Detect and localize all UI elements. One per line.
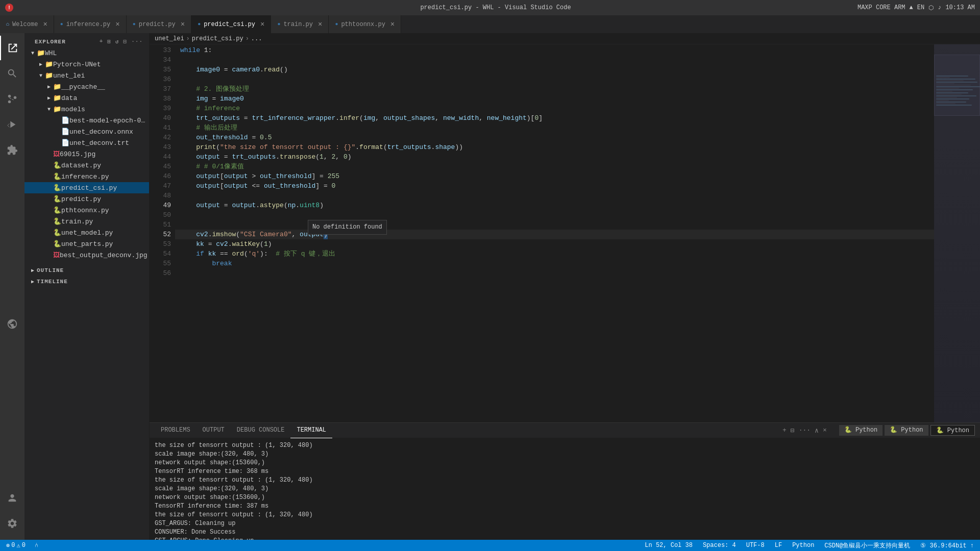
tree-train-py[interactable]: ▶ 🐍 train.py <box>24 216 149 227</box>
tab-inference-close[interactable]: × <box>115 21 119 28</box>
tab-predict-close[interactable]: × <box>181 21 185 28</box>
tree-69015-jpg[interactable]: ▶ 🖼 69015.jpg <box>24 148 149 160</box>
tree-timeline-section[interactable]: ▶ TIMELINE <box>24 276 149 287</box>
sidebar-header-icons: + ⊞ ↺ ⊟ ··· <box>100 38 143 45</box>
tree-inference-py[interactable]: ▶ 🐍 inference.py <box>24 171 149 182</box>
breadcrumb-unet-lei[interactable]: unet_lei <box>155 35 184 42</box>
breadcrumb-file[interactable]: predict_csi.py <box>192 35 243 42</box>
arrow-icon: ▶ <box>45 94 53 102</box>
collapse-all-icon[interactable]: ⊟ <box>124 38 128 45</box>
refresh-icon[interactable]: ↺ <box>115 38 119 45</box>
code-content[interactable]: while 1: image0 = camera0.read() # 2. 图像… <box>175 44 934 422</box>
tree-data[interactable]: ▶ 📁 data <box>24 92 149 104</box>
tree-unet-model-py[interactable]: ▶ 🐍 unet_model.py <box>24 227 149 238</box>
close-panel-icon[interactable]: × <box>823 427 827 434</box>
terminal-instance-1[interactable]: 🐍 Python <box>839 425 883 436</box>
folder-icon: 📁 <box>53 83 61 91</box>
tab-welcome-close[interactable]: × <box>43 21 47 28</box>
code-line-33: while 1: <box>175 45 934 55</box>
status-errors[interactable]: ⊗ 0 ⚠ 0 <box>4 542 28 549</box>
terminal-line-12: GST_ARGUS: Done Cleaning up <box>155 537 975 540</box>
tree-dataset-py[interactable]: ▶ 🐍 dataset.py <box>24 160 149 171</box>
terminal-content[interactable]: the size of tensorrt output : (1, 320, 4… <box>150 438 980 540</box>
activity-remote[interactable] <box>0 312 24 336</box>
code-line-54: if kk == ord('q'): # 按下 q 键，退出 <box>175 249 934 259</box>
folder-icon: 📁 <box>45 71 53 80</box>
tree-predict-csi-py[interactable]: ▶ 🐍 predict_csi.py <box>24 182 149 193</box>
status-encoding[interactable]: UTF-8 <box>744 542 767 549</box>
status-csdn[interactable]: CSDN@鱼椒县小一乘支持向量机 <box>822 541 912 550</box>
statusbar-right: Ln 52, Col 38 Spaces: 4 UTF-8 LF Python … <box>643 541 976 550</box>
tree-pytorch-unet[interactable]: ▶ 📁 Pytorch-UNet <box>24 59 149 70</box>
status-position[interactable]: Ln 52, Col 38 <box>643 542 695 549</box>
more-terminal-icon[interactable]: ··· <box>799 427 811 434</box>
activity-bar <box>0 33 24 540</box>
more-actions-icon[interactable]: ··· <box>131 38 143 45</box>
tree-item-label: 69015.jpg <box>60 151 95 158</box>
activity-explorer[interactable] <box>0 36 24 60</box>
info-label: ⑤ 36.9:64bit ↑ <box>920 542 974 549</box>
tab-predict-csi-label: predict_csi.py <box>204 21 255 28</box>
activity-extensions[interactable] <box>0 138 24 162</box>
tree-best-model[interactable]: ▶ 📄 best-model-epoch-000-mae-1.0... <box>24 115 149 126</box>
terminal-instance-2[interactable]: 🐍 Python <box>885 425 928 436</box>
activity-account[interactable] <box>0 486 24 510</box>
tree-pycache[interactable]: ▶ 📁 __pycache__ <box>24 81 149 92</box>
tree-unet-parts-py[interactable]: ▶ 🐍 unet_parts.py <box>24 238 149 249</box>
tab-inference[interactable]: ● inference.py × <box>54 15 127 33</box>
tree-unet-deconv-trt[interactable]: ▶ 📄 unet_deconv.trt <box>24 137 149 148</box>
status-language[interactable]: Python <box>790 542 816 549</box>
line-numbers: 33 34 35 36 37 38 39 40 41 42 43 44 45 4… <box>150 44 175 422</box>
terminal-instance-3[interactable]: 🐍 Python <box>930 425 975 436</box>
tab-debug-console[interactable]: DEBUG CONSOLE <box>231 423 291 438</box>
breadcrumb-symbol[interactable]: ... <box>251 35 262 42</box>
tree-item-label: unet_deconv.trt <box>69 139 129 147</box>
tree-outline-section[interactable]: ▶ OUTLINE <box>24 265 149 276</box>
new-file-icon[interactable]: + <box>100 38 104 45</box>
svg-point-2 <box>14 96 17 99</box>
activity-search[interactable] <box>0 61 24 86</box>
status-eol[interactable]: LF <box>773 542 784 549</box>
tab-predict[interactable]: ● predict.py × <box>127 15 191 33</box>
tab-predict-csi[interactable]: ● predict_csi.py × <box>191 15 271 33</box>
tree-models[interactable]: ▼ 📁 models <box>24 104 149 115</box>
tab-pthtoonnx[interactable]: ● pthtoonnx.py × <box>329 15 401 33</box>
tree-best-output-jpg[interactable]: ▶ 🖼 best_output_deconv.jpg <box>24 249 149 261</box>
tab-terminal[interactable]: TERMINAL <box>290 423 332 438</box>
add-terminal-icon[interactable]: + <box>782 427 787 434</box>
maximize-panel-icon[interactable]: ∧ <box>815 427 819 435</box>
tab-pthtoonnx-close[interactable]: × <box>390 21 395 28</box>
tab-welcome[interactable]: ⌂ Welcome × <box>0 15 54 33</box>
tab-output[interactable]: OUTPUT <box>197 423 231 438</box>
tab-train[interactable]: ● train.py × <box>271 15 329 33</box>
new-folder-icon[interactable]: ⊞ <box>107 38 111 45</box>
tree-unet-lei[interactable]: ▼ 📁 unet_lei <box>24 70 149 81</box>
tree-unet-deconv-onnx[interactable]: ▶ 📄 unet_deconv.onnx <box>24 126 149 137</box>
titlebar: ! predict_csi.py - WHL - Visual Studio C… <box>0 0 980 15</box>
tab-predict-csi-close[interactable]: × <box>260 21 264 28</box>
git-branch-icon: ⑃ <box>35 542 38 549</box>
tab-train-close[interactable]: × <box>318 21 322 28</box>
activity-run[interactable] <box>0 112 24 137</box>
train-tab-icon: ● <box>277 21 280 27</box>
status-branch[interactable]: ⑃ <box>33 542 40 549</box>
minimap[interactable] <box>934 44 980 422</box>
file-icon: 🐍 <box>53 217 61 226</box>
code-line-40: trt_outputs = trt_inference_wrapper.infe… <box>175 113 934 123</box>
speaker-icon: ♪ <box>938 4 941 11</box>
tree-predict-py[interactable]: ▶ 🐍 predict.py <box>24 193 149 205</box>
minimap-viewport <box>934 55 980 116</box>
status-info[interactable]: ⑤ 36.9:64bit ↑ <box>918 542 976 549</box>
code-line-46: output[output > out_threshold] = 255 <box>175 171 934 181</box>
status-spaces[interactable]: Spaces: 4 <box>701 542 738 549</box>
tab-problems[interactable]: PROBLEMS <box>155 423 197 438</box>
tree-root-whl[interactable]: ▼ 📁 WHL <box>24 47 149 59</box>
error-icon: ! <box>5 4 13 12</box>
svg-point-0 <box>8 95 11 98</box>
breadcrumb-sep1: › <box>186 35 190 42</box>
split-terminal-icon[interactable]: ⊟ <box>791 427 795 435</box>
terminal-tabs: PROBLEMS OUTPUT DEBUG CONSOLE TERMINAL +… <box>150 423 980 438</box>
tree-pthtoonnx-py[interactable]: ▶ 🐍 pthtoonnx.py <box>24 205 149 216</box>
activity-git[interactable] <box>0 87 24 111</box>
activity-settings[interactable] <box>0 511 24 536</box>
